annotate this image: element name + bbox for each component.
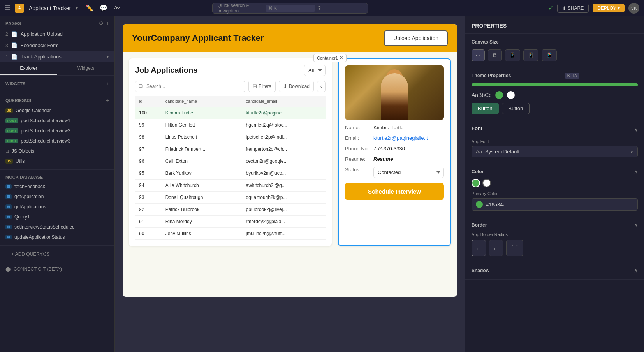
font-select-row[interactable]: Aa System Default ∨ (472, 146, 638, 157)
canvas-size-fluid[interactable]: ⇔ (472, 49, 485, 61)
table-row[interactable]: 99 Hilton Gemlett hgemlett2q@istoc... (135, 119, 326, 131)
theme-buttons: Button Button (472, 103, 638, 114)
connect-git-button[interactable]: ⬤ CONNECT GIT (BETA) (5, 262, 109, 274)
comment-icon[interactable]: 💬 (100, 4, 107, 12)
color-title: Color (472, 169, 484, 174)
query-fetch-feedback[interactable]: ⊞ fetchFeedback (0, 181, 114, 192)
theme-font-label: AaBbCc (472, 92, 491, 98)
page-icon: 📄 (11, 54, 18, 60)
query-utils[interactable]: JS Utils (0, 156, 114, 166)
table-row[interactable]: 93 Donall Qualtrough dqualtrough2k@p... (135, 192, 326, 204)
settings-icon[interactable]: ⚙ (99, 20, 104, 26)
theme-section: Theme Properties BETA ··· AaBbCc Button … (465, 67, 644, 120)
query-badge: POST (5, 128, 18, 133)
theme-btn-filled[interactable]: Button (472, 103, 499, 114)
close-icon[interactable]: ✕ (340, 55, 343, 60)
check-icon: ✓ (548, 4, 553, 12)
query-update-status[interactable]: ⊞ updateApplicationStatus (0, 232, 114, 242)
canvas-size-options: ⇔ 🖥 📱 📱 📱 (472, 49, 638, 61)
query-badge: ⊞ (5, 194, 12, 199)
search-bar[interactable]: Quick search & navigation ⌘ K ? (212, 3, 368, 14)
cell-name: Rina Mordey (162, 216, 242, 228)
sidebar-item-feedback-form[interactable]: 3 📄 Feeedback Form (0, 40, 114, 51)
border-radius-options: ⌐ ⌐ ⌒ (472, 240, 638, 256)
primary-color-row[interactable]: #16a34a (472, 198, 638, 211)
schedule-interview-button[interactable]: Schedule Interview (345, 183, 444, 200)
tab-widgets[interactable]: Widgets (57, 62, 114, 75)
table-search-input[interactable] (135, 81, 245, 92)
app-header-title: YourCompany Applicant Tracker (132, 33, 264, 43)
canvas-size-mobile[interactable]: 📱 (542, 49, 557, 61)
query-query1[interactable]: ⊞ Query1 (0, 212, 114, 222)
color-dots (472, 179, 638, 187)
theme-btn-outline[interactable]: Button (502, 103, 530, 114)
app-title: Applicant Tracker (29, 5, 71, 11)
table-row[interactable]: 96 Calli Exton cexton2n@google... (135, 155, 326, 167)
menu-icon[interactable]: ☰ (5, 4, 10, 12)
query-google-calendar[interactable]: JS Google Calendar (0, 106, 114, 116)
shadow-collapse-icon[interactable]: ∧ (634, 268, 638, 274)
color-dot-white[interactable] (482, 179, 491, 187)
share-button[interactable]: ⬆ SHARE (557, 4, 589, 13)
sidebar-item-track-applications[interactable]: 1 📄 Track Applications ▾ (0, 51, 114, 62)
table-row[interactable]: 97 Friedrick Tempert... ftemperton2o@ch.… (135, 143, 326, 155)
border-section: Border ∧ App Border Radius ⌐ ⌐ ⌒ (465, 216, 644, 262)
canvas-size-tablet[interactable]: 📱 (505, 49, 520, 61)
download-button[interactable]: ⬇ Download (279, 81, 314, 92)
canvas-size-header: Canvas Size (472, 39, 638, 45)
border-radius-medium[interactable]: ⌐ (489, 240, 503, 256)
query-get-applications[interactable]: ⊞ getApplications (0, 202, 114, 212)
app-preview: YourCompany Applicant Tracker Upload App… (115, 16, 465, 352)
chevron-down-icon: ▾ (107, 54, 109, 59)
search-shortcut: ⌘ K (266, 5, 315, 12)
add-page-icon[interactable]: + (106, 20, 109, 26)
font-collapse-icon[interactable]: ∧ (634, 127, 638, 133)
status-select[interactable]: Contacted (373, 167, 444, 178)
query-get-application[interactable]: ⊞ getApplication (0, 192, 114, 202)
theme-more-icon[interactable]: ··· (633, 72, 638, 79)
query-post-schedule-2[interactable]: POST postScheduleInterview2 (0, 126, 114, 136)
border-collapse-icon[interactable]: ∧ (634, 222, 638, 228)
cell-name: Linus Petschelt (162, 131, 242, 143)
collapse-button[interactable]: ‹ (317, 81, 326, 92)
canvas-size-desktop[interactable]: 🖥 (488, 49, 502, 61)
color-dot-green[interactable] (472, 179, 480, 187)
resume-label: Resume: (345, 156, 370, 162)
mock-db-title: Mock Database (5, 175, 43, 180)
table-row[interactable]: 92 Patrick Bulbrook pbulbrook2j@livej... (135, 204, 326, 216)
table-row[interactable]: 94 Allie Whitchurch awhitchurch2l@g... (135, 180, 326, 192)
font-chevron-icon: ∨ (630, 149, 633, 155)
query-set-interview[interactable]: ⊞ setInterviewStatusScheduled (0, 222, 114, 232)
table-row[interactable]: 90 Jeny Mullins jmullins2h@shutt... (135, 228, 326, 240)
cell-name: Kimbra Turtle (162, 107, 242, 119)
query-badge: ⊞ (5, 235, 12, 239)
avatar[interactable]: VK (628, 3, 639, 14)
cell-email: byurikov2m@uco... (242, 167, 326, 180)
query-post-schedule-3[interactable]: POST postScheduleInterview3 (0, 136, 114, 146)
color-collapse-icon[interactable]: ∧ (634, 169, 638, 175)
query-badge: JS (5, 108, 13, 113)
filters-button[interactable]: ⊟ Filters (248, 81, 276, 92)
sidebar-item-application-upload[interactable]: 2 📄 Application Upload (0, 28, 114, 40)
upload-application-button[interactable]: Upload Application (384, 30, 448, 46)
add-query-icon[interactable]: + (106, 97, 109, 104)
tab-explorer[interactable]: Explorer (0, 62, 57, 75)
sidebar-footer: + + ADD QUERY/JS ⬤ CONNECT GIT (BETA) (0, 245, 114, 278)
canvas-size-tablet-small[interactable]: 📱 (523, 49, 538, 61)
photo-body (381, 73, 408, 120)
border-radius-round[interactable]: ⌒ (506, 240, 523, 256)
table-row[interactable]: 91 Rina Mordey rmordey2i@plala... (135, 216, 326, 228)
edit-icon[interactable]: ✏️ (86, 4, 93, 12)
table-row[interactable]: 100 Kimbra Turtle kturtle2r@pagine... (135, 107, 326, 119)
deploy-button[interactable]: DEPLOY ▾ (593, 4, 625, 12)
page-label: Track Applications (21, 54, 62, 60)
eye-icon[interactable]: 👁 (114, 5, 120, 12)
share-icon: ⬆ (562, 5, 566, 11)
query-post-schedule-1[interactable]: POST postScheduleInterview1 (0, 116, 114, 126)
border-radius-sharp[interactable]: ⌐ (472, 240, 486, 256)
table-row[interactable]: 95 Berk Yurikov byurikov2m@uco... (135, 167, 326, 180)
add-widget-icon[interactable]: + (106, 81, 109, 87)
add-query-button[interactable]: + + ADD QUERY/JS (5, 250, 109, 259)
table-filter-select[interactable]: All (304, 65, 326, 76)
table-row[interactable]: 98 Linus Petschelt lpetschelt2p@indi... (135, 131, 326, 143)
